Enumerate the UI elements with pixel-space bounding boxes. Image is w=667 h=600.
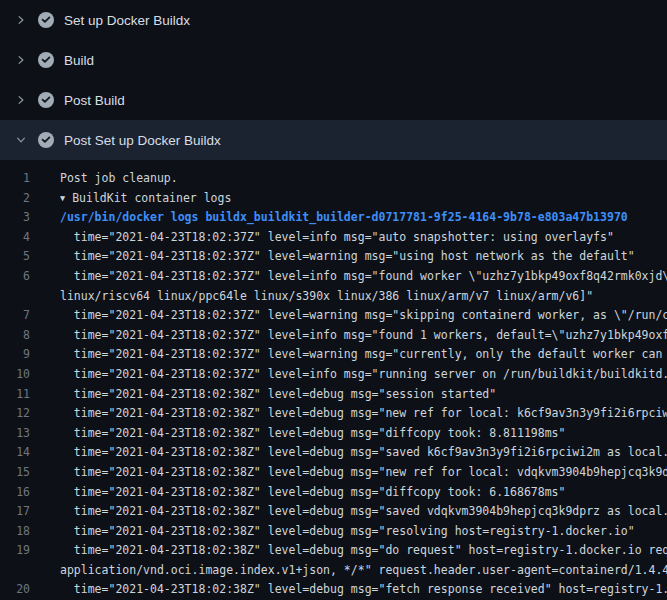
- log-line: application/vnd.oci.image.index.v1+json,…: [0, 561, 667, 581]
- log-line: 17 time="2021-04-23T18:02:38Z" level=deb…: [0, 502, 667, 522]
- step-section-header[interactable]: Build: [0, 40, 667, 80]
- log-line: 9 time="2021-04-23T18:02:37Z" level=warn…: [0, 345, 667, 365]
- chevron-right-icon: [14, 93, 28, 107]
- log-line-text: time="2021-04-23T18:02:37Z" level=info m…: [60, 326, 667, 346]
- log-text: time="2021-04-23T18:02:37Z" level=warnin…: [60, 308, 667, 322]
- log-line-text: time="2021-04-23T18:02:37Z" level=info m…: [60, 228, 667, 248]
- log-line-text: time="2021-04-23T18:02:38Z" level=debug …: [60, 483, 667, 503]
- log-line-text: time="2021-04-23T18:02:38Z" level=debug …: [60, 424, 667, 444]
- log-text: time="2021-04-23T18:02:37Z" level=warnin…: [60, 249, 635, 263]
- log-text: time="2021-04-23T18:02:38Z" level=debug …: [60, 465, 667, 479]
- log-line-text: time="2021-04-23T18:02:38Z" level=debug …: [60, 541, 667, 561]
- log-line: 11 time="2021-04-23T18:02:38Z" level=deb…: [0, 385, 667, 405]
- chevron-right-icon: [14, 53, 28, 67]
- step-title: Post Build: [64, 93, 125, 108]
- log-text: application/vnd.oci.image.index.v1+json,…: [60, 563, 667, 577]
- log-line: 3 /usr/bin/docker logs buildx_buildkit_b…: [0, 208, 667, 228]
- log-line-text: time="2021-04-23T18:02:37Z" level=warnin…: [60, 306, 667, 326]
- log-text: time="2021-04-23T18:02:38Z" level=debug …: [60, 445, 667, 459]
- log-line-text: time="2021-04-23T18:02:38Z" level=debug …: [60, 522, 667, 542]
- log-text: time="2021-04-23T18:02:37Z" level=info m…: [60, 328, 667, 342]
- step-section-header[interactable]: Post Set up Docker Buildx: [0, 120, 667, 160]
- log-text: time="2021-04-23T18:02:38Z" level=debug …: [60, 406, 667, 420]
- log-line-text: time="2021-04-23T18:02:37Z" level=info m…: [60, 365, 667, 385]
- log-line-text: time="2021-04-23T18:02:38Z" level=debug …: [60, 502, 667, 522]
- log-line-text: time="2021-04-23T18:02:38Z" level=debug …: [60, 443, 667, 463]
- log-line-number[interactable]: 3: [0, 208, 30, 228]
- log-line: 20 time="2021-04-23T18:02:38Z" level=deb…: [0, 580, 667, 600]
- log-line-number[interactable]: 17: [0, 502, 30, 522]
- log-line-text: Post job cleanup.: [60, 169, 667, 189]
- step-title: Post Set up Docker Buildx: [64, 133, 221, 148]
- log-line-text: time="2021-04-23T18:02:38Z" level=debug …: [60, 385, 667, 405]
- log-line-number[interactable]: 4: [0, 228, 30, 248]
- log-line-text: time="2021-04-23T18:02:38Z" level=debug …: [60, 580, 667, 600]
- log-text: time="2021-04-23T18:02:38Z" level=debug …: [60, 485, 565, 499]
- collapse-toggle-icon[interactable]: ▼: [60, 189, 65, 209]
- log-text: /usr/bin/docker logs buildx_buildkit_bui…: [60, 210, 628, 224]
- log-lines: 1 Post job cleanup. 2 ▼BuildKit containe…: [0, 160, 667, 600]
- log-line-number[interactable]: 9: [0, 345, 30, 365]
- log-line-number[interactable]: 8: [0, 326, 30, 346]
- log-line-text: application/vnd.oci.image.index.v1+json,…: [60, 561, 667, 581]
- log-line: 12 time="2021-04-23T18:02:38Z" level=deb…: [0, 404, 667, 424]
- log-line-number[interactable]: 5: [0, 247, 30, 267]
- check-circle-icon: [38, 132, 54, 148]
- log-line-number[interactable]: 19: [0, 541, 30, 561]
- log-line: linux/riscv64 linux/ppc64le linux/s390x …: [0, 287, 667, 307]
- log-line-number[interactable]: 16: [0, 483, 30, 503]
- log-text: BuildKit container logs: [72, 191, 231, 205]
- log-line-text: time="2021-04-23T18:02:37Z" level=info m…: [60, 267, 667, 287]
- log-line: 6 time="2021-04-23T18:02:37Z" level=info…: [0, 267, 667, 287]
- log-line: 10 time="2021-04-23T18:02:37Z" level=inf…: [0, 365, 667, 385]
- log-line-number[interactable]: 12: [0, 404, 30, 424]
- log-line-text: ▼BuildKit container logs: [60, 189, 667, 209]
- log-text: time="2021-04-23T18:02:38Z" level=debug …: [60, 426, 565, 440]
- log-line-number[interactable]: 20: [0, 580, 30, 600]
- log-line-number[interactable]: 7: [0, 306, 30, 326]
- log-line-number[interactable]: [0, 287, 30, 307]
- log-line-number[interactable]: 13: [0, 424, 30, 444]
- log-line: 18 time="2021-04-23T18:02:38Z" level=deb…: [0, 522, 667, 542]
- log-line: 19 time="2021-04-23T18:02:38Z" level=deb…: [0, 541, 667, 561]
- log-line: 14 time="2021-04-23T18:02:38Z" level=deb…: [0, 443, 667, 463]
- log-line-number[interactable]: 10: [0, 365, 30, 385]
- step-section-header[interactable]: Post Build: [0, 80, 667, 120]
- log-line-text: time="2021-04-23T18:02:37Z" level=warnin…: [60, 345, 667, 365]
- step-title: Set up Docker Buildx: [64, 13, 190, 28]
- log-line: 5 time="2021-04-23T18:02:37Z" level=warn…: [0, 247, 667, 267]
- log-line: 8 time="2021-04-23T18:02:37Z" level=info…: [0, 326, 667, 346]
- log-line-number[interactable]: 14: [0, 443, 30, 463]
- step-title: Build: [64, 53, 94, 68]
- check-circle-icon: [38, 52, 54, 68]
- log-text: time="2021-04-23T18:02:38Z" level=debug …: [60, 524, 635, 538]
- log-text: time="2021-04-23T18:02:37Z" level=info m…: [60, 367, 667, 381]
- chevron-down-icon: [14, 133, 28, 147]
- check-circle-icon: [38, 92, 54, 108]
- log-line-number[interactable]: 6: [0, 267, 30, 287]
- log-text: time="2021-04-23T18:02:38Z" level=debug …: [60, 387, 496, 401]
- step-section-header[interactable]: Set up Docker Buildx: [0, 0, 667, 40]
- log-line-text: time="2021-04-23T18:02:38Z" level=debug …: [60, 404, 667, 424]
- log-line-text: time="2021-04-23T18:02:37Z" level=warnin…: [60, 247, 667, 267]
- log-text: time="2021-04-23T18:02:37Z" level=info m…: [60, 269, 667, 283]
- log-line-number[interactable]: 2: [0, 189, 30, 209]
- log-line-text: time="2021-04-23T18:02:38Z" level=debug …: [60, 463, 667, 483]
- log-line-number[interactable]: 15: [0, 463, 30, 483]
- log-line: 4 time="2021-04-23T18:02:37Z" level=info…: [0, 228, 667, 248]
- log-text: time="2021-04-23T18:02:37Z" level=info m…: [60, 230, 614, 244]
- log-line-number[interactable]: [0, 561, 30, 581]
- log-text: time="2021-04-23T18:02:38Z" level=debug …: [60, 582, 667, 596]
- log-text: time="2021-04-23T18:02:38Z" level=debug …: [60, 543, 667, 557]
- check-circle-icon: [38, 12, 54, 28]
- chevron-right-icon: [14, 13, 28, 27]
- log-line-number[interactable]: 11: [0, 385, 30, 405]
- log-line: 2 ▼BuildKit container logs: [0, 189, 667, 209]
- log-line-number[interactable]: 18: [0, 522, 30, 542]
- log-line-number[interactable]: 1: [0, 169, 30, 189]
- log-line: 16 time="2021-04-23T18:02:38Z" level=deb…: [0, 483, 667, 503]
- log-text: time="2021-04-23T18:02:38Z" level=debug …: [60, 504, 667, 518]
- log-text: linux/riscv64 linux/ppc64le linux/s390x …: [60, 289, 593, 303]
- log-line-text: /usr/bin/docker logs buildx_buildkit_bui…: [60, 208, 667, 228]
- log-line: 13 time="2021-04-23T18:02:38Z" level=deb…: [0, 424, 667, 444]
